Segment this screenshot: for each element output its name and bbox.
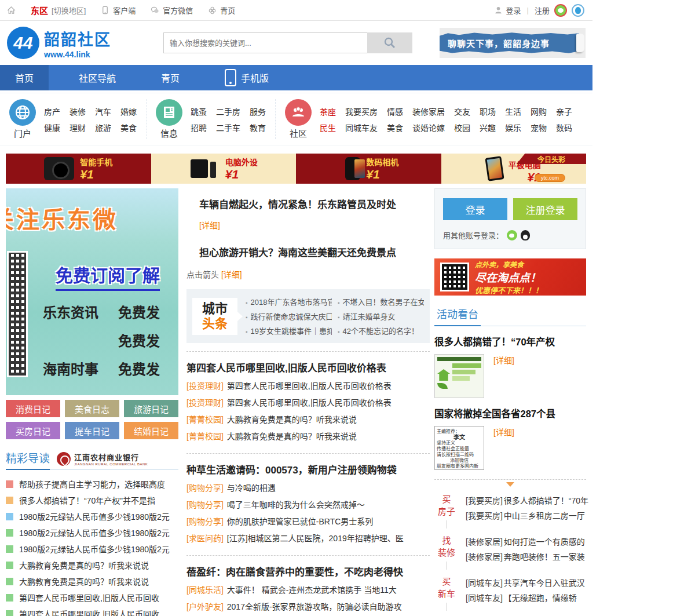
cat-link[interactable]: 谈婚论嫁 bbox=[412, 122, 445, 133]
detail-link[interactable]: [详细] bbox=[221, 270, 242, 279]
group-row[interactable]: [装修家居]如何打造一个有质感的 bbox=[466, 534, 586, 549]
right-card-title-1[interactable]: 很多人都搞错了！“70年产权 bbox=[434, 334, 586, 348]
detail-link[interactable]: [详细] bbox=[493, 426, 514, 438]
login-link[interactable]: 登录 bbox=[506, 5, 521, 16]
cat-link[interactable]: 宠物 bbox=[531, 122, 547, 133]
home-icon[interactable] bbox=[7, 6, 16, 14]
article-row[interactable]: [菁菁校园]大鹏教育免费是真的吗？听我来说说 bbox=[186, 428, 430, 445]
list-item[interactable]: 1980版2元绿钻人民币值多少钱1980版2元 bbox=[6, 524, 178, 541]
cat-link[interactable]: 民生 bbox=[320, 122, 336, 133]
cat-link[interactable]: 网购 bbox=[531, 105, 547, 117]
group-row[interactable]: [我要买房]中山三乡租房二房一厅 bbox=[466, 508, 588, 523]
section-title[interactable]: 蓓盈纤：肉在膳食营养中的重要性，不吃肉老得快 bbox=[186, 564, 430, 578]
city-link[interactable]: 2018年广东各地市落马官 bbox=[246, 296, 332, 307]
cat-link[interactable]: 房产 bbox=[44, 105, 60, 117]
cat-link[interactable]: 数码 bbox=[556, 122, 572, 133]
header-ad-banner[interactable]: 聊聊天下事，韶韶身边事 bbox=[440, 28, 586, 58]
category-name-info[interactable]: 信息 bbox=[160, 127, 178, 139]
city-link[interactable]: 42个不能忘记的名字！ bbox=[338, 325, 424, 336]
group-row[interactable]: [同城车友]共享汽车今日入驻武汉 bbox=[466, 575, 586, 591]
bank-ad[interactable]: 江南农村商业银行 JIANGNAN RURAL COMMERCIAL BANK bbox=[57, 451, 148, 466]
list-item[interactable]: 1980版2元绿钻人民币值多少钱1980版2元 bbox=[6, 508, 178, 524]
article-row[interactable]: [投资理财]第四套人民币哪里回收,旧版人民币回收价格表 bbox=[186, 378, 430, 395]
nav-item-home[interactable]: 首页 bbox=[0, 65, 49, 90]
list-item[interactable]: 第四套人民币哪里回收,旧版人民币回收 bbox=[6, 606, 178, 616]
article-row[interactable]: [购物分享]你的肌肤护理管家已就位-BRTC男士系列 bbox=[186, 513, 430, 530]
cat-link[interactable]: 教育 bbox=[250, 122, 266, 133]
cat-link[interactable]: 校园 bbox=[454, 122, 470, 133]
group-row[interactable]: [同城车友]【无缘超跑，情缘轿 bbox=[466, 591, 586, 606]
article-row[interactable]: [投资理财]第四套人民币哪里回收,旧版人民币回收价格表 bbox=[186, 395, 430, 411]
city-link[interactable]: 靖江未婚单身女 bbox=[338, 311, 424, 322]
article-row[interactable]: [购物分享]与冷喝的相遇 bbox=[186, 480, 430, 497]
thumbnail-editor-card[interactable]: 主编推荐： 李文 坚持正义 传播社会正能量 请长按扫描二维码 添加微信 朋友圈有… bbox=[434, 426, 484, 470]
cat-link[interactable]: 跳蚤 bbox=[191, 105, 207, 117]
list-item[interactable]: 1980版2元绿钻人民币值多少钱1980版2元 bbox=[6, 541, 178, 557]
qq-icon[interactable] bbox=[521, 230, 530, 240]
cat-link[interactable]: 二手车 bbox=[216, 122, 240, 133]
city-link[interactable]: 践行新使命忠诚保大庆囗 bbox=[246, 311, 332, 322]
cat-link[interactable]: 同城车友 bbox=[345, 122, 378, 133]
list-item[interactable]: 很多人都搞错了！“70年产权”并不是指 bbox=[6, 492, 178, 508]
search-button[interactable] bbox=[367, 32, 412, 53]
promo-smartphone[interactable]: 智能手机 ¥1 bbox=[6, 154, 151, 184]
official-wechat-label[interactable]: 官方微信 bbox=[163, 5, 193, 16]
group-row[interactable]: [装修家居]奔跑吧装修！五一家装 bbox=[466, 549, 586, 564]
cat-link[interactable]: 美食 bbox=[120, 122, 137, 133]
site-logo[interactable]: 44 韶韶社区 www.44.link bbox=[7, 27, 158, 59]
promo-ytc-button[interactable]: ytc.com bbox=[535, 174, 565, 182]
register-login-button[interactable]: 注册登录 bbox=[513, 198, 577, 220]
cat-link[interactable]: 婚嫁 bbox=[120, 105, 137, 117]
diary-button-travel[interactable]: 旅游日记 bbox=[124, 400, 178, 417]
cat-link[interactable]: 二手房 bbox=[216, 105, 240, 117]
cat-link[interactable]: 交友 bbox=[454, 105, 470, 117]
cat-link[interactable]: 服务 bbox=[250, 105, 266, 117]
left-ad-image[interactable]: 关注乐东微 免费订阅了解 乐东资讯免费发 免费发 海南时事免费发 bbox=[6, 188, 178, 395]
cat-link[interactable]: 职场 bbox=[480, 105, 496, 117]
promo-tablet[interactable]: 今日头彩 平板电脑 ¥1 ytc.com bbox=[441, 154, 587, 184]
headline-1[interactable]: 车辆自燃起火，情况紧急！乐东路管员及时处 bbox=[186, 188, 430, 211]
cat-link[interactable]: 装修 bbox=[70, 105, 86, 117]
cat-link[interactable]: 健康 bbox=[44, 122, 60, 133]
right-card-title-2[interactable]: 国家将撤掉全国各省287个县 bbox=[434, 406, 586, 420]
cat-link[interactable]: 招聘 bbox=[191, 122, 207, 133]
cat-link[interactable]: 我要买房 bbox=[345, 105, 378, 117]
article-row[interactable]: [购物分享]喝了三年咖啡的我为什么会突然戒掉～ bbox=[186, 497, 430, 513]
diary-button-car[interactable]: 提车日记 bbox=[65, 422, 119, 439]
article-row[interactable]: [求医问药][江苏]相城区第二人民医院，2019年招聘护理、医 bbox=[186, 530, 430, 547]
list-item[interactable]: 帮助孩子提高自主学习能力，选择眼高度 bbox=[6, 476, 178, 492]
official-wechat-link[interactable]: 官方微信 bbox=[151, 5, 193, 16]
cat-link[interactable]: 情感 bbox=[387, 105, 403, 117]
cat-link[interactable]: 美食 bbox=[387, 122, 403, 133]
list-item[interactable]: 大鹏教育免费是真的吗？听我来说说 bbox=[6, 573, 178, 589]
cat-link[interactable]: 茶座 bbox=[320, 105, 336, 117]
login-button[interactable]: 登录 bbox=[443, 198, 507, 220]
cat-link[interactable]: 娱乐 bbox=[505, 122, 521, 133]
category-name-community[interactable]: 社区 bbox=[290, 127, 307, 139]
article-row[interactable]: [户外驴友]2017全新版-张家界旅游攻略，防骗必读自助游攻 bbox=[186, 599, 430, 615]
diary-button-food[interactable]: 美食日志 bbox=[65, 400, 119, 417]
cat-link[interactable]: 生活 bbox=[505, 105, 521, 117]
headline-2[interactable]: 担心旅游开销大？海南这些美翻天还免费景点 bbox=[186, 231, 430, 259]
promo-pc-peripherals[interactable]: 电脑外设 ¥1 bbox=[151, 154, 297, 184]
qq-login-icon[interactable] bbox=[572, 4, 584, 17]
detail-link[interactable]: [详细] bbox=[199, 221, 220, 230]
switch-region-link[interactable]: [切换地区] bbox=[52, 5, 86, 16]
nav-item-mobile[interactable]: 手机版 bbox=[210, 65, 284, 90]
diary-button-consume[interactable]: 消费日记 bbox=[6, 400, 60, 417]
client-link[interactable]: 客户端 bbox=[101, 5, 136, 16]
cat-link[interactable]: 汽车 bbox=[95, 105, 111, 117]
detail-link[interactable]: [详细] bbox=[493, 354, 514, 366]
city-link[interactable]: 19岁女生跳楼事件｜患抑 bbox=[246, 325, 332, 336]
diary-button-wedding[interactable]: 结婚日记 bbox=[124, 422, 178, 439]
group-row[interactable]: [我要买房]很多人都搞错了！“70年 bbox=[466, 493, 588, 508]
nav-item-qingye[interactable]: 青页 bbox=[146, 65, 195, 90]
client-label[interactable]: 客户端 bbox=[113, 5, 136, 16]
cat-link[interactable]: 装修家居 bbox=[412, 105, 445, 117]
category-name-portal[interactable]: 门户 bbox=[14, 127, 31, 139]
cat-link[interactable]: 旅游 bbox=[95, 122, 111, 133]
section-title[interactable]: 种草生活邀请码：000573，新用户注册领购物袋 bbox=[186, 462, 430, 476]
nav-item-community-guide[interactable]: 社区导航 bbox=[64, 65, 131, 90]
section-title[interactable]: 第四套人民币哪里回收,旧版人民币回收价格表 bbox=[186, 360, 430, 374]
list-item[interactable]: 第四套人民币哪里回收,旧版人民币回收 bbox=[6, 589, 178, 606]
